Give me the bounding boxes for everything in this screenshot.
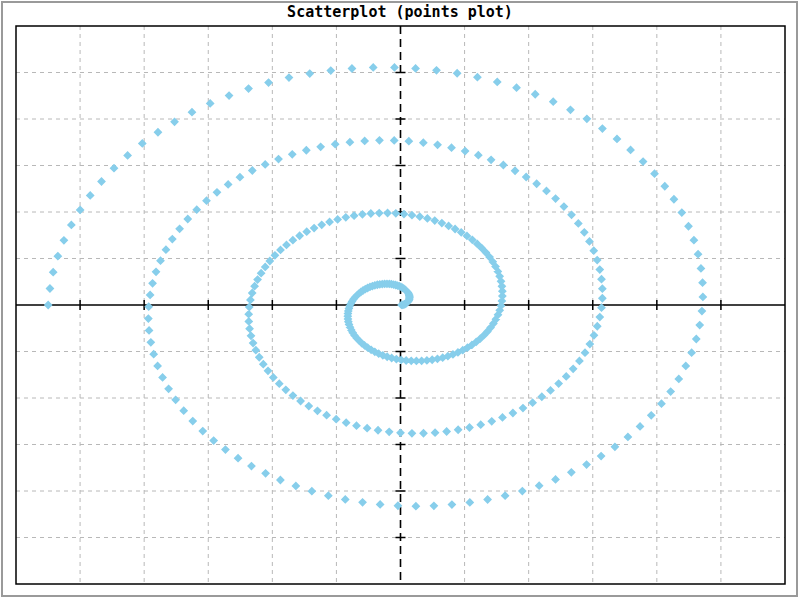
series-archimedean-spiral xyxy=(44,63,707,511)
plot-window: Scatterplot (points plot) xyxy=(0,0,800,600)
scatter-chart-canvas xyxy=(0,0,800,600)
spiral-data-points xyxy=(44,63,707,511)
